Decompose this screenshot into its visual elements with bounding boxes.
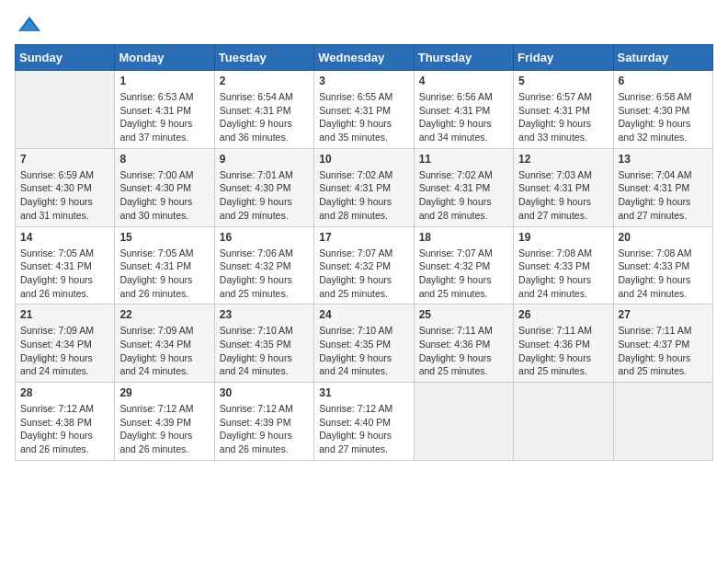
day-info: Sunrise: 7:01 AMSunset: 4:30 PMDaylight:…: [220, 168, 309, 223]
calendar-cell: 14Sunrise: 7:05 AMSunset: 4:31 PMDayligh…: [16, 226, 115, 304]
day-header-wednesday: Wednesday: [314, 45, 414, 71]
calendar-cell: [414, 383, 513, 461]
day-number: 28: [20, 386, 109, 399]
calendar-cell: 11Sunrise: 7:02 AMSunset: 4:31 PMDayligh…: [414, 148, 513, 226]
day-info: Sunrise: 7:06 AMSunset: 4:32 PMDaylight:…: [220, 247, 309, 301]
day-info: Sunrise: 7:09 AMSunset: 4:34 PMDaylight:…: [20, 324, 109, 378]
calendar-cell: 28Sunrise: 7:12 AMSunset: 4:38 PMDayligh…: [16, 383, 115, 461]
calendar-cell: 8Sunrise: 7:00 AMSunset: 4:30 PMDaylight…: [115, 148, 214, 226]
day-info: Sunrise: 7:07 AMSunset: 4:32 PMDaylight:…: [319, 247, 408, 301]
day-number: 2: [220, 75, 309, 87]
day-info: Sunrise: 7:08 AMSunset: 4:33 PMDaylight:…: [518, 247, 608, 301]
day-number: 23: [220, 308, 309, 321]
day-number: 12: [518, 153, 608, 166]
day-header-saturday: Saturday: [613, 45, 712, 71]
calendar-cell: 24Sunrise: 7:10 AMSunset: 4:35 PMDayligh…: [314, 304, 414, 383]
day-info: Sunrise: 7:00 AMSunset: 4:30 PMDaylight:…: [119, 168, 209, 223]
calendar-cell: 4Sunrise: 6:56 AMSunset: 4:31 PMDaylight…: [414, 71, 513, 149]
logo-icon: [17, 15, 42, 33]
calendar-cell: 16Sunrise: 7:06 AMSunset: 4:32 PMDayligh…: [214, 226, 313, 304]
day-number: 16: [220, 231, 309, 244]
day-number: 26: [518, 308, 608, 321]
day-number: 7: [20, 153, 109, 166]
day-number: 20: [619, 231, 708, 244]
calendar-cell: 30Sunrise: 7:12 AMSunset: 4:39 PMDayligh…: [214, 383, 313, 461]
day-number: 9: [220, 153, 309, 166]
day-info: Sunrise: 7:10 AMSunset: 4:35 PMDaylight:…: [220, 324, 309, 378]
day-number: 24: [319, 308, 408, 321]
day-number: 29: [119, 386, 209, 399]
day-number: 18: [419, 231, 508, 244]
calendar-cell: 2Sunrise: 6:54 AMSunset: 4:31 PMDaylight…: [214, 71, 313, 149]
calendar-cell: 22Sunrise: 7:09 AMSunset: 4:34 PMDayligh…: [115, 304, 214, 383]
calendar-cell: 10Sunrise: 7:02 AMSunset: 4:31 PMDayligh…: [314, 148, 414, 226]
day-info: Sunrise: 7:11 AMSunset: 4:37 PMDaylight:…: [619, 324, 708, 378]
day-info: Sunrise: 7:11 AMSunset: 4:36 PMDaylight:…: [518, 324, 608, 378]
day-info: Sunrise: 7:02 AMSunset: 4:31 PMDaylight:…: [319, 168, 408, 223]
day-info: Sunrise: 7:07 AMSunset: 4:32 PMDaylight:…: [419, 247, 508, 301]
calendar-cell: 27Sunrise: 7:11 AMSunset: 4:37 PMDayligh…: [613, 304, 712, 383]
calendar-cell: 23Sunrise: 7:10 AMSunset: 4:35 PMDayligh…: [214, 304, 313, 383]
day-info: Sunrise: 7:03 AMSunset: 4:31 PMDaylight:…: [518, 168, 608, 223]
calendar-header-row: SundayMondayTuesdayWednesdayThursdayFrid…: [16, 45, 713, 71]
day-header-thursday: Thursday: [414, 45, 513, 71]
day-info: Sunrise: 7:04 AMSunset: 4:31 PMDaylight:…: [619, 168, 708, 223]
calendar-week-row: 21Sunrise: 7:09 AMSunset: 4:34 PMDayligh…: [16, 304, 713, 383]
day-header-monday: Monday: [115, 45, 214, 71]
calendar-week-row: 14Sunrise: 7:05 AMSunset: 4:31 PMDayligh…: [16, 226, 713, 304]
calendar-cell: 25Sunrise: 7:11 AMSunset: 4:36 PMDayligh…: [414, 304, 513, 383]
day-info: Sunrise: 7:08 AMSunset: 4:33 PMDaylight:…: [619, 247, 708, 301]
day-info: Sunrise: 7:12 AMSunset: 4:38 PMDaylight:…: [20, 402, 109, 456]
day-number: 5: [518, 75, 608, 87]
day-info: Sunrise: 7:05 AMSunset: 4:31 PMDaylight:…: [119, 247, 209, 301]
calendar-cell: 12Sunrise: 7:03 AMSunset: 4:31 PMDayligh…: [514, 148, 613, 226]
day-number: 14: [20, 231, 109, 244]
calendar-cell: 15Sunrise: 7:05 AMSunset: 4:31 PMDayligh…: [115, 226, 214, 304]
day-number: 27: [619, 308, 708, 321]
day-number: 3: [319, 75, 408, 87]
calendar-cell: [613, 383, 712, 461]
calendar-cell: 26Sunrise: 7:11 AMSunset: 4:36 PMDayligh…: [514, 304, 613, 383]
day-info: Sunrise: 6:57 AMSunset: 4:31 PMDaylight:…: [518, 90, 608, 144]
day-info: Sunrise: 7:12 AMSunset: 4:39 PMDaylight:…: [119, 402, 209, 456]
calendar-cell: 18Sunrise: 7:07 AMSunset: 4:32 PMDayligh…: [414, 226, 513, 304]
day-number: 13: [619, 153, 708, 166]
calendar-cell: [514, 383, 613, 461]
day-number: 21: [20, 308, 109, 321]
calendar-week-row: 28Sunrise: 7:12 AMSunset: 4:38 PMDayligh…: [16, 383, 713, 461]
day-header-friday: Friday: [514, 45, 613, 71]
day-info: Sunrise: 7:09 AMSunset: 4:34 PMDaylight:…: [119, 324, 209, 378]
day-number: 25: [419, 308, 508, 321]
day-info: Sunrise: 7:11 AMSunset: 4:36 PMDaylight:…: [419, 324, 508, 378]
calendar-week-row: 1Sunrise: 6:53 AMSunset: 4:31 PMDaylight…: [16, 71, 713, 149]
day-number: 8: [119, 153, 209, 166]
day-number: 17: [319, 231, 408, 244]
calendar-cell: 20Sunrise: 7:08 AMSunset: 4:33 PMDayligh…: [613, 226, 712, 304]
day-info: Sunrise: 7:12 AMSunset: 4:39 PMDaylight:…: [220, 402, 309, 456]
calendar-cell: 1Sunrise: 6:53 AMSunset: 4:31 PMDaylight…: [115, 71, 214, 149]
page-header: [15, 15, 713, 33]
calendar-cell: 13Sunrise: 7:04 AMSunset: 4:31 PMDayligh…: [613, 148, 712, 226]
day-info: Sunrise: 7:05 AMSunset: 4:31 PMDaylight:…: [20, 247, 109, 301]
day-info: Sunrise: 7:12 AMSunset: 4:40 PMDaylight:…: [319, 402, 408, 456]
calendar-cell: 3Sunrise: 6:55 AMSunset: 4:31 PMDaylight…: [314, 71, 414, 149]
day-number: 1: [119, 75, 209, 87]
day-number: 4: [419, 75, 508, 87]
day-number: 31: [319, 386, 408, 399]
calendar-cell: 31Sunrise: 7:12 AMSunset: 4:40 PMDayligh…: [314, 383, 414, 461]
day-info: Sunrise: 6:55 AMSunset: 4:31 PMDaylight:…: [319, 90, 408, 144]
day-number: 30: [220, 386, 309, 399]
day-info: Sunrise: 6:59 AMSunset: 4:30 PMDaylight:…: [20, 168, 109, 223]
calendar-cell: 7Sunrise: 6:59 AMSunset: 4:30 PMDaylight…: [16, 148, 115, 226]
day-info: Sunrise: 6:54 AMSunset: 4:31 PMDaylight:…: [220, 90, 309, 144]
calendar-week-row: 7Sunrise: 6:59 AMSunset: 4:30 PMDaylight…: [16, 148, 713, 226]
calendar-cell: 5Sunrise: 6:57 AMSunset: 4:31 PMDaylight…: [514, 71, 613, 149]
day-info: Sunrise: 7:02 AMSunset: 4:31 PMDaylight:…: [419, 168, 508, 223]
day-number: 6: [619, 75, 708, 87]
logo: [15, 15, 42, 33]
calendar-cell: 9Sunrise: 7:01 AMSunset: 4:30 PMDaylight…: [214, 148, 313, 226]
calendar-cell: 19Sunrise: 7:08 AMSunset: 4:33 PMDayligh…: [514, 226, 613, 304]
day-info: Sunrise: 6:53 AMSunset: 4:31 PMDaylight:…: [119, 90, 209, 144]
calendar-cell: 6Sunrise: 6:58 AMSunset: 4:30 PMDaylight…: [613, 71, 712, 149]
calendar-cell: 17Sunrise: 7:07 AMSunset: 4:32 PMDayligh…: [314, 226, 414, 304]
